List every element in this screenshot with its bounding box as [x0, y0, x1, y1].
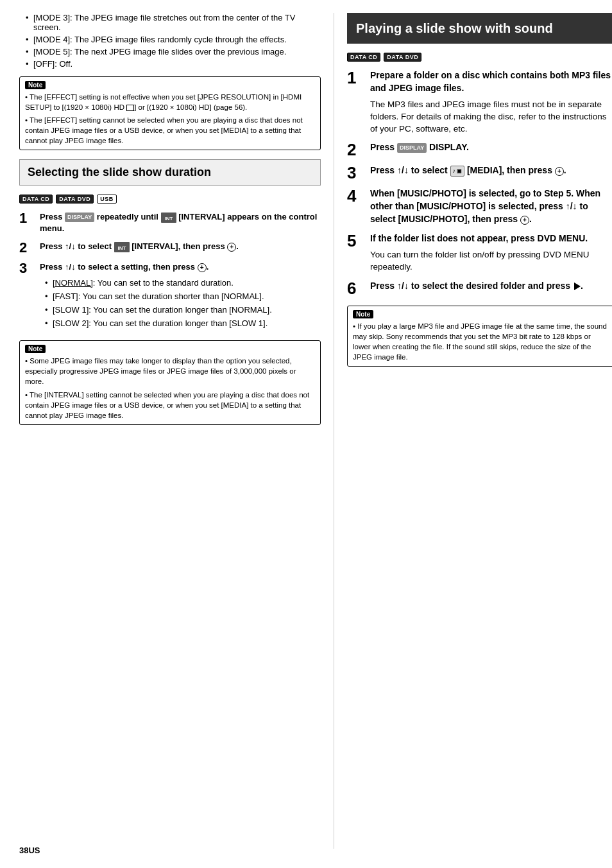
music-note-icon: ♪ [453, 167, 456, 175]
right-heading-box: Playing a slide show with sound [347, 13, 612, 44]
r-step-1-content: Prepare a folder on a disc which contain… [370, 69, 612, 135]
right-steps: 1 Prepare a folder on a disc which conta… [347, 69, 612, 297]
page-number: 38US [19, 846, 40, 855]
display-button-icon-r: DISPLAY [397, 143, 427, 153]
r-note-text: • If you play a large MP3 file and JPEG … [353, 321, 610, 362]
list-item: [FAST]: You can set the duration shorter… [45, 291, 321, 302]
r-step-6: 6 Press ↑/↓ to select the desired folder… [347, 280, 612, 297]
bottom-note-box: Note • Some JPEG image files may take lo… [19, 340, 321, 425]
right-badge-row: DATA CD DATA DVD [347, 53, 612, 62]
r-step-num-5: 5 [347, 232, 364, 249]
step-1-content: Press DISPLAY repeatedly until INT [INTE… [40, 211, 321, 234]
r-step-3: 3 Press ↑/↓ to select ♪ ▣ [MEDIA], then … [347, 164, 612, 181]
note-text: • The [EFFECT] setting cannot be selecte… [25, 115, 315, 146]
list-item: [OFF]: Off. [26, 59, 321, 69]
step-3-sub-list: [NORMAL]: You can set to the standard du… [40, 277, 321, 330]
badge-data-dvd-r: DATA DVD [384, 53, 421, 62]
step-2: 2 Press ↑/↓ to select INT [INTERVAL], th… [19, 241, 321, 255]
svg-text:INT: INT [164, 216, 173, 221]
r-step-num-6: 6 [347, 280, 364, 297]
section1-badge-row: DATA CD DATA DVD USB [19, 195, 321, 204]
list-item: [MODE 4]: The JPEG image files randomly … [26, 35, 321, 44]
step-1: 1 Press DISPLAY repeatedly until INT [IN… [19, 211, 321, 234]
note-label: Note [25, 81, 46, 89]
section1-steps: 1 Press DISPLAY repeatedly until INT [IN… [19, 211, 321, 331]
r-step-5-body: You can turn the folder list on/off by p… [370, 249, 612, 273]
note-label-2: Note [25, 345, 46, 353]
top-note-box: Note • The [EFFECT] setting is not effec… [19, 76, 321, 150]
left-column: [MODE 3]: The JPEG image file stretches … [19, 13, 334, 849]
note-text: • The [INTERVAL] setting cannot be selec… [25, 390, 315, 421]
step-2-content: Press ↑/↓ to select INT [INTERVAL], then… [40, 241, 321, 252]
step-num-2: 2 [19, 241, 33, 255]
r-step-1-body: The MP3 files and JPEG image files must … [370, 99, 612, 135]
step-3-content: Press ↑/↓ to select a setting, then pres… [40, 261, 321, 331]
badge-data-dvd: DATA DVD [56, 195, 94, 204]
badge-data-cd-r: DATA CD [347, 53, 380, 62]
list-item: [MODE 3]: The JPEG image file stretches … [26, 13, 321, 32]
r-step-num-2: 2 [347, 141, 364, 158]
r-circle-plus: + [555, 167, 564, 176]
step-num-1: 1 [19, 211, 33, 225]
badge-data-cd: DATA CD [19, 195, 53, 204]
section1-heading-box: Selecting the slide show duration [19, 159, 321, 186]
r-step-2-content: Press DISPLAY DISPLAY. [370, 141, 612, 154]
r-circle-plus-2: + [520, 216, 529, 225]
list-item: [NORMAL]: You can set to the standard du… [45, 277, 321, 289]
list-item: [SLOW 1]: You can set the duration longe… [45, 304, 321, 316]
display-button-icon: DISPLAY [65, 213, 94, 222]
r-step-num-4: 4 [347, 187, 364, 204]
step-num-3: 3 [19, 261, 33, 275]
step-3: 3 Press ↑/↓ to select a setting, then pr… [19, 261, 321, 331]
r-step-4: 4 When [MUSIC/PHOTO] is selected, go to … [347, 187, 612, 226]
note-text: • The [EFFECT] setting is not effective … [25, 92, 315, 112]
right-title: Playing a slide show with sound [356, 21, 607, 36]
r-step-num-3: 3 [347, 164, 364, 181]
badge-usb: USB [97, 195, 117, 204]
r-step-5-content: If the folder list does not appear, pres… [370, 232, 612, 273]
note-text: • Some JPEG image files may take longer … [25, 356, 315, 386]
list-item: [MODE 5]: The next JPEG image file slide… [26, 47, 321, 56]
section1-title: Selecting the slide show duration [28, 165, 312, 180]
r-step-2: 2 Press DISPLAY DISPLAY. [347, 141, 612, 158]
r-step-3-content: Press ↑/↓ to select ♪ ▣ [MEDIA], then pr… [370, 164, 612, 177]
photo-icon: ▣ [457, 168, 462, 175]
play-arrow-icon [574, 282, 581, 290]
interval-icon-2: INT [114, 242, 130, 252]
svg-text:INT: INT [117, 245, 126, 251]
circle-plus-icon: + [227, 243, 236, 252]
right-note-box: Note • If you play a large MP3 file and … [347, 306, 612, 367]
list-item: [SLOW 2]: You can set the duration longe… [45, 318, 321, 329]
r-step-5: 5 If the folder list does not appear, pr… [347, 232, 612, 273]
r-step-6-content: Press ↑/↓ to select the desired folder a… [370, 280, 612, 293]
media-icon-box: ♪ ▣ [450, 166, 465, 177]
note-label-r: Note [353, 310, 373, 318]
r-step-1: 1 Prepare a folder on a disc which conta… [347, 69, 612, 135]
top-bullet-list: [MODE 3]: The JPEG image file stretches … [19, 13, 321, 69]
r-step-4-content: When [MUSIC/PHOTO] is selected, go to St… [370, 187, 612, 226]
top-bullets-section: [MODE 3]: The JPEG image file stretches … [19, 13, 321, 69]
r-step-num-1: 1 [347, 69, 364, 86]
interval-icon: INT [161, 213, 176, 223]
right-column: Playing a slide show with sound DATA CD … [334, 13, 612, 849]
circle-plus-icon-2: + [198, 263, 207, 272]
